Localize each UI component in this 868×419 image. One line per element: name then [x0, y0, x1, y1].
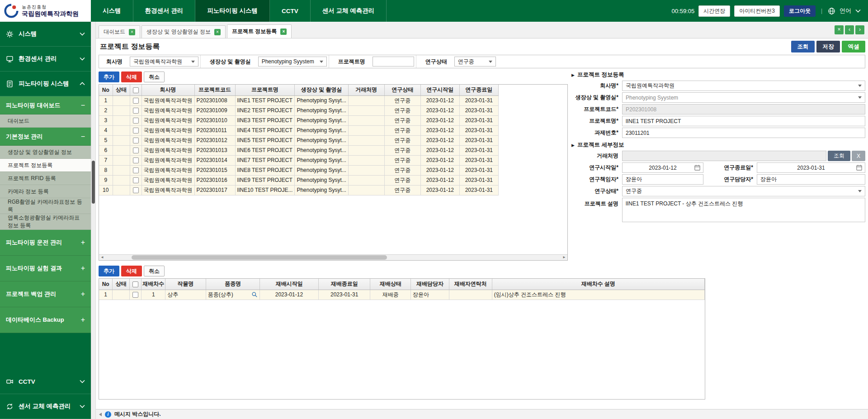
inquiry-button[interactable]: 조회: [791, 41, 815, 52]
search-icon[interactable]: [251, 291, 258, 298]
cultivation-row[interactable]: 11상추품종(상추)2023-01-122023-01-31재배중장윤아(임시)…: [99, 290, 705, 300]
scrollbar-thumb[interactable]: [132, 255, 387, 260]
row-checkbox[interactable]: [133, 138, 139, 143]
collapse-left-arrow-icon[interactable]: [99, 413, 102, 416]
scroll-left-arrow-icon[interactable]: ◄: [99, 255, 105, 260]
start-date-field[interactable]: 2023-01-12: [622, 162, 703, 173]
sidebar-item-project-backup-group[interactable]: 프로젝트 백업 관리+: [0, 281, 91, 307]
project-description-textarea[interactable]: lINE1 TEST PROJECT - 상추 건조스트레스 진행: [622, 198, 865, 222]
project-name-field[interactable]: lINE1 TEST PROJECT: [622, 116, 865, 126]
sidebar-item-operation-mgmt-group[interactable]: 피노타이핑 운전 관리+: [0, 230, 91, 256]
tab-close-icon[interactable]: ×: [129, 29, 135, 35]
main-vertical-scrollbar[interactable]: [91, 22, 96, 419]
sidebar-item-system[interactable]: 시스템: [0, 22, 91, 47]
extend-time-button[interactable]: 시간연장: [698, 5, 730, 17]
sidebar-item-basic-info-group[interactable]: 기본정보 관리−: [0, 128, 91, 146]
cancel-button[interactable]: 취소: [144, 71, 165, 82]
tab-close-icon[interactable]: ×: [280, 29, 287, 35]
research-status-select[interactable]: 연구중: [622, 186, 865, 196]
top-menu-item-phenotyping-system[interactable]: 피노타이핑 시스템: [195, 0, 270, 22]
horizontal-scrollbar[interactable]: ◄ ►: [99, 254, 567, 260]
row-checkbox[interactable]: [133, 148, 139, 153]
save-button[interactable]: 저장: [816, 41, 840, 52]
tab-close-icon[interactable]: ×: [214, 29, 221, 35]
sidebar-item-database-backup-group[interactable]: 데이타베이스 Backup+: [0, 307, 91, 333]
tab-growth-room-info[interactable]: 생장상 및 영상촬영실 정보×: [142, 25, 226, 38]
logout-button[interactable]: 로그아웃: [784, 5, 816, 17]
select-all-checkbox[interactable]: [133, 87, 139, 93]
project-row[interactable]: 10국립원예특작과학원P202301017lINE10 TEST PROJE..…: [99, 185, 498, 195]
project-row[interactable]: 7국립원예특작과학원P202301014lINE7 TEST PROJECTPh…: [99, 155, 498, 165]
column-header: 재배시작일: [260, 279, 318, 290]
tab-project-info-register[interactable]: 프로젝트 정보등록×: [227, 24, 292, 38]
project-row[interactable]: 6국립원예특작과학원P202301013lINE6 TEST PROJECTPh…: [99, 145, 498, 155]
project-row[interactable]: 2국립원예특작과학원P202301009lINE2 TEST PROJECTPh…: [99, 105, 498, 115]
sidebar-item-experiment-result-group[interactable]: 피노타이핑 실험 결과+: [0, 256, 91, 281]
row-checkbox[interactable]: [133, 167, 139, 173]
tab-scroll-right-button[interactable]: ›: [855, 25, 864, 34]
sidebar-item-camera-info-register[interactable]: 카메라 정보 등록: [0, 185, 91, 198]
research-leader-field[interactable]: 장윤아: [622, 174, 703, 185]
row-checkbox[interactable]: [133, 118, 139, 124]
excel-button[interactable]: 엑셀: [842, 41, 865, 52]
sidebar-item-cctv[interactable]: CCTV: [0, 369, 91, 394]
sidebar-item-project-rfid-register[interactable]: 프로젝트 RFID 등록: [0, 172, 91, 185]
room-filter-select[interactable]: Phenotyping Syystem: [258, 57, 327, 67]
delete-button[interactable]: 삭제: [121, 266, 142, 276]
delete-button[interactable]: 삭제: [121, 71, 142, 82]
task-number-field[interactable]: 23011201: [622, 128, 865, 138]
company-filter-select[interactable]: 국립원예특작과학원: [130, 57, 198, 67]
row-checkbox[interactable]: [132, 292, 138, 298]
tab-scroll-left-button[interactable]: ‹: [845, 25, 854, 34]
add-button[interactable]: 추가: [99, 71, 119, 82]
add-button[interactable]: 추가: [99, 266, 119, 276]
select-all-checkbox[interactable]: [132, 281, 138, 287]
project-row[interactable]: 8국립원예특작과학원P202301015lINE8 TEST PROJECTPh…: [99, 165, 498, 175]
row-checkbox[interactable]: [133, 187, 139, 193]
top-menu: 시스템환경센서 관리피노타이핑 시스템CCTV센서 교체 예측관리: [91, 0, 387, 22]
user-account-button[interactable]: 아이티컨버전3: [734, 5, 780, 17]
sidebar-item-rgb-camera-coord-register[interactable]: RGB촬영실 카메라좌표정보 등록: [0, 198, 91, 214]
project-row[interactable]: 4국립원예특작과학원P202301011lINE4 TEST PROJECTPh…: [99, 125, 498, 135]
top-menu-item-cctv[interactable]: CCTV: [270, 0, 311, 22]
project-name-filter-input[interactable]: [373, 57, 414, 67]
scrollbar-thumb[interactable]: [92, 161, 95, 204]
client-clear-button[interactable]: X: [852, 151, 865, 161]
scroll-right-arrow-icon[interactable]: ►: [561, 255, 567, 260]
top-menu-item-sensor-replace-predict[interactable]: 센서 교체 예측관리: [311, 0, 387, 22]
sidebar-item-dashboard[interactable]: 대쉬보드: [0, 114, 91, 128]
cell-project-name: lINE4 TEST PROJECT: [235, 125, 295, 135]
project-row[interactable]: 5국립원예특작과학원P202301012lINE5 TEST PROJECTPh…: [99, 135, 498, 145]
sidebar-item-env-sensor-mgmt[interactable]: 환경센서 관리: [0, 47, 91, 71]
top-menu-item-env-sensor-mgmt[interactable]: 환경센서 관리: [133, 0, 196, 22]
sidebar-item-chlorophyll-camera-coord-register[interactable]: 엽록소형광촬영실 카메라좌표정보 등록: [0, 214, 91, 230]
sidebar-item-phenotyping-dashboard-group[interactable]: 피노타이핑 대쉬보드−: [0, 96, 91, 114]
research-manager-field[interactable]: 장윤아: [757, 174, 865, 185]
sidebar-item-sensor-replace-predict[interactable]: 센서 교체 예측관리: [0, 394, 91, 419]
section-title: 프로젝트 정보등록: [577, 71, 624, 79]
language-label[interactable]: 언어: [840, 7, 851, 15]
sidebar-item-project-info-register[interactable]: 프로젝트 정보등록: [0, 159, 91, 172]
client-search-button[interactable]: 조회: [828, 151, 850, 161]
top-menu-item-system[interactable]: 시스템: [91, 0, 133, 22]
sidebar-item-growth-room-info[interactable]: 생장상 및 영상촬영실 정보: [0, 146, 91, 159]
tab-dashboard[interactable]: 대쉬보드×: [99, 25, 140, 38]
room-select[interactable]: Phenotyping Syystem: [622, 92, 865, 103]
close-all-tabs-button[interactable]: ×: [835, 25, 844, 34]
calendar-icon[interactable]: [856, 164, 863, 171]
row-checkbox[interactable]: [133, 177, 139, 183]
row-checkbox[interactable]: [133, 108, 139, 114]
row-checkbox[interactable]: [133, 157, 139, 163]
calendar-icon[interactable]: [694, 164, 701, 171]
status-filter-select[interactable]: 연구중: [454, 57, 496, 67]
sidebar-item-phenotyping-system[interactable]: 피노타이핑 시스템: [0, 71, 91, 96]
project-row[interactable]: 1국립원예특작과학원P202301008lINE1 TEST PROJECTPh…: [99, 95, 498, 105]
project-row[interactable]: 3국립원예특작과학원P202301010lINE3 TEST PROJECTPh…: [99, 115, 498, 125]
chevron-down-icon[interactable]: [855, 9, 861, 13]
row-checkbox[interactable]: [133, 98, 139, 104]
end-date-field[interactable]: 2023-01-31: [757, 162, 865, 173]
cancel-button[interactable]: 취소: [144, 266, 165, 276]
company-select[interactable]: 국립원예특작과학원: [622, 81, 865, 91]
row-checkbox[interactable]: [133, 128, 139, 133]
project-row[interactable]: 9국립원예특작과학원P202301016lINE9 TEST PROJECTPh…: [99, 175, 498, 185]
